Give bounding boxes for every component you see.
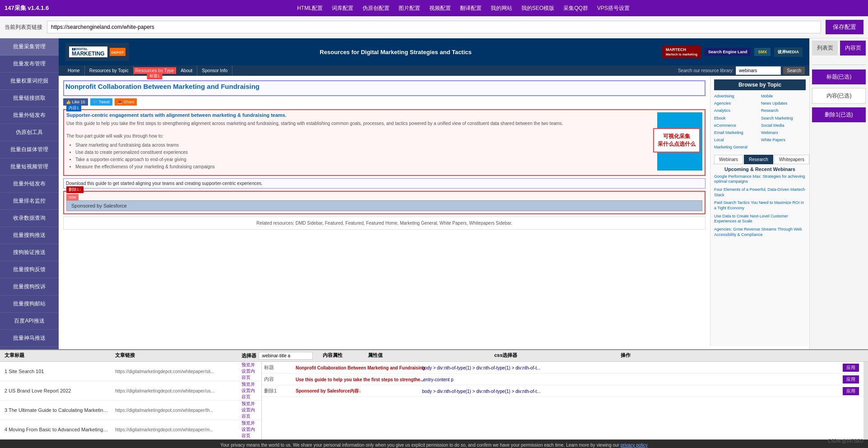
tab-whitepapers[interactable]: Whitepapers bbox=[774, 155, 809, 164]
nav-fanyi[interactable]: 翻译配置 bbox=[460, 5, 482, 12]
sidebar-item-waichain[interactable]: 批量外链发布 bbox=[0, 107, 59, 124]
sidebar-item-shoulv[interactable]: 收录数据查询 bbox=[0, 210, 59, 227]
nav-html[interactable]: HTML配置 bbox=[297, 5, 323, 12]
nav-qq[interactable]: 采集QQ群 bbox=[563, 5, 588, 12]
share-btn[interactable]: 📤 Share bbox=[115, 98, 137, 106]
privacy-link[interactable]: privacy policy bbox=[621, 443, 648, 448]
article-url-1: https://digitalmarketingdepot.com/whitep… bbox=[113, 369, 239, 374]
article-action-3: 预览并设置内容页 bbox=[239, 401, 261, 420]
title-selected-btn[interactable]: 标题(已选) bbox=[812, 69, 866, 84]
apply-content-btn[interactable]: 应用 bbox=[843, 375, 859, 383]
nav-seo[interactable]: 我的SEO模版 bbox=[521, 5, 554, 12]
sidebar-item-youzhan[interactable]: 批量搜狗邮站 bbox=[0, 296, 59, 313]
nav-wode[interactable]: 我的网站 bbox=[491, 5, 512, 12]
topic-whitepapers[interactable]: White Papers bbox=[761, 136, 806, 143]
topic-news[interactable]: News Updates bbox=[761, 100, 806, 107]
webinar-1[interactable]: Google Performance Max: Strategies for a… bbox=[714, 174, 806, 185]
article-action-2: 预览并设置内容页 bbox=[239, 381, 261, 400]
attr-value-content-text: Use this guide to help you take the firs… bbox=[296, 377, 424, 382]
preview-link-3[interactable]: 预览并设置内容页 bbox=[241, 401, 255, 419]
sidebar-item-zimeiti[interactable]: 批量自媒体管理 bbox=[0, 141, 59, 158]
sidebar-item-yanzheng[interactable]: 搜狗验证推送 bbox=[0, 244, 59, 261]
nav-home[interactable]: Home bbox=[63, 65, 85, 76]
topic-search[interactable]: Search Marketing bbox=[761, 115, 806, 122]
site-search: Search our resource library: Search bbox=[678, 66, 805, 75]
nav-sponsor[interactable]: Sponsor Info bbox=[197, 65, 232, 76]
attr-value-content: Use this guide to help you take the firs… bbox=[293, 377, 420, 382]
save-button[interactable]: 保存配置 bbox=[826, 20, 863, 34]
twitter-btn[interactable]: 🐦 Tweet bbox=[90, 98, 112, 106]
apply-delete-btn[interactable]: 应用 bbox=[843, 387, 859, 395]
search-button[interactable]: Search bbox=[783, 67, 805, 74]
bullet-4: Measure the effectiveness of your market… bbox=[75, 163, 653, 171]
topic-agencies[interactable]: Agencies bbox=[714, 100, 759, 107]
nav-about[interactable]: About bbox=[176, 65, 197, 76]
sidebar-item-fankui[interactable]: 批量搜狗反馈 bbox=[0, 261, 59, 278]
sidebar-item-sougou[interactable]: 批量搜狗推送 bbox=[0, 227, 59, 244]
article-lead: Supporter-centric engagement starts with… bbox=[66, 112, 653, 118]
nav-vps[interactable]: VPS搭号设置 bbox=[597, 5, 630, 12]
content-page-btn[interactable]: 内容页 bbox=[840, 41, 866, 55]
topic-general[interactable]: Marketing General bbox=[714, 143, 759, 151]
article-title: Nonprofit Collaboration Between Marketin… bbox=[65, 83, 703, 90]
article-url-3: https://digitalmarketingdepot.com/whitep… bbox=[113, 408, 239, 413]
sidebar-item-weiyuanchuang[interactable]: 伪原创工具 bbox=[0, 124, 59, 141]
topic-advertising[interactable]: Advertising bbox=[714, 92, 759, 100]
topic-research[interactable]: Research bbox=[761, 107, 806, 114]
topic-mobile[interactable]: Mobile bbox=[761, 92, 806, 100]
site-sponsors: MARTECHMartech is marketing Search Engin… bbox=[662, 46, 803, 58]
tab-webinars[interactable]: Webinars bbox=[714, 155, 743, 164]
preview-link-2[interactable]: 预览并设置内容页 bbox=[241, 382, 255, 399]
sidebar-item-caiji[interactable]: 批量采集管理 bbox=[0, 38, 59, 55]
article-url-2: https://digitalmarketingdepot.com/whitep… bbox=[113, 388, 239, 393]
search-label: Search our resource library: bbox=[678, 68, 733, 73]
sidebar-item-shipin[interactable]: 批量短视频管理 bbox=[0, 158, 59, 176]
nav-resources-topic[interactable]: Resources by Topic bbox=[85, 65, 134, 76]
search-input[interactable] bbox=[736, 66, 781, 75]
tab-research[interactable]: Research bbox=[744, 155, 773, 164]
table-row: 3 The Ultimate Guide to Calculating Mark… bbox=[0, 401, 261, 420]
topic-analytics[interactable]: Analytics bbox=[714, 107, 759, 114]
topic-ecommerce[interactable]: eCommerce bbox=[714, 122, 759, 129]
list-page-btn[interactable]: 列表页 bbox=[812, 41, 838, 55]
sidebar-item-paiming[interactable]: 批量排名监控 bbox=[0, 193, 59, 210]
topic-webinars[interactable]: Webinars bbox=[761, 129, 806, 136]
webinar-3[interactable]: Paid Search Tactics You Need to Maximize… bbox=[714, 200, 806, 211]
related-resources: Related resources: DMD Sidebar, Featured… bbox=[63, 217, 706, 230]
webinar-5[interactable]: Agencies: Grow Revenue Streams Through W… bbox=[714, 227, 806, 237]
sidebar-item-tousu[interactable]: 批量搜狗投诉 bbox=[0, 278, 59, 296]
apply-title-btn[interactable]: 应用 bbox=[843, 364, 859, 372]
webinar-4[interactable]: Use Data to Create Next-Level Customer E… bbox=[714, 214, 806, 224]
upcoming-title: Upcoming & Recent Webinars bbox=[714, 166, 806, 172]
topic-social[interactable]: Social Media bbox=[761, 122, 806, 129]
webinar-2[interactable]: Four Elements of a Powerful, Data-Driven… bbox=[714, 187, 806, 198]
sidebar-item-lianjie[interactable]: 批量链接抓取 bbox=[0, 90, 59, 107]
topic-ebook[interactable]: Ebook bbox=[714, 115, 759, 122]
nav-tupian[interactable]: 图片配置 bbox=[399, 5, 420, 12]
header-action: 操作 bbox=[618, 352, 868, 360]
nav-weiyuanchuang[interactable]: 伪原创配置 bbox=[362, 5, 390, 12]
delete-now-badge: now bbox=[66, 194, 79, 200]
nav-resources-type[interactable]: Resources by Type 标题1 bbox=[134, 67, 176, 74]
top-nav: HTML配置 词库配置 伪原创配置 图片配置 视频配置 翻译配置 我的网站 我的… bbox=[63, 5, 863, 12]
sidebar-item-baidu[interactable]: 百度API推送 bbox=[0, 313, 59, 330]
content-selected-btn[interactable]: 内容(已选) bbox=[812, 88, 866, 104]
topic-email[interactable]: Email Marketing bbox=[714, 129, 759, 136]
selector-input[interactable] bbox=[259, 352, 313, 360]
delete-selected-btn[interactable]: 删除1(已选) bbox=[812, 107, 866, 122]
preview-link-4[interactable]: 预览并设置内容页 bbox=[241, 420, 255, 438]
preview-link-1[interactable]: 预览并设置内容页 bbox=[241, 362, 255, 380]
apply-content: 应用 bbox=[838, 375, 863, 383]
topic-local[interactable]: Local bbox=[714, 136, 759, 143]
nav-shipin[interactable]: 视频配置 bbox=[429, 5, 451, 12]
header-article-url: 文章链接 bbox=[113, 352, 239, 360]
sidebar-item-quanzhong[interactable]: 批量权重词挖掘 bbox=[0, 73, 59, 90]
url-input[interactable] bbox=[47, 21, 821, 33]
sidebar-item-shengma[interactable]: 批量神马推送 bbox=[0, 330, 59, 347]
nav-ciku[interactable]: 词库配置 bbox=[332, 5, 353, 12]
sidebar-item-waichain2[interactable]: 批量外链发布 bbox=[0, 176, 59, 193]
attr-table: 标题 Nonprofit Collaboration Between Marke… bbox=[262, 362, 868, 439]
sidebar-item-fabu[interactable]: 批量发布管理 bbox=[0, 55, 59, 73]
header-attr-value: 属性值 bbox=[366, 352, 492, 360]
article-num-title-2: 2 US Brand Love Report 2022 bbox=[0, 388, 113, 393]
